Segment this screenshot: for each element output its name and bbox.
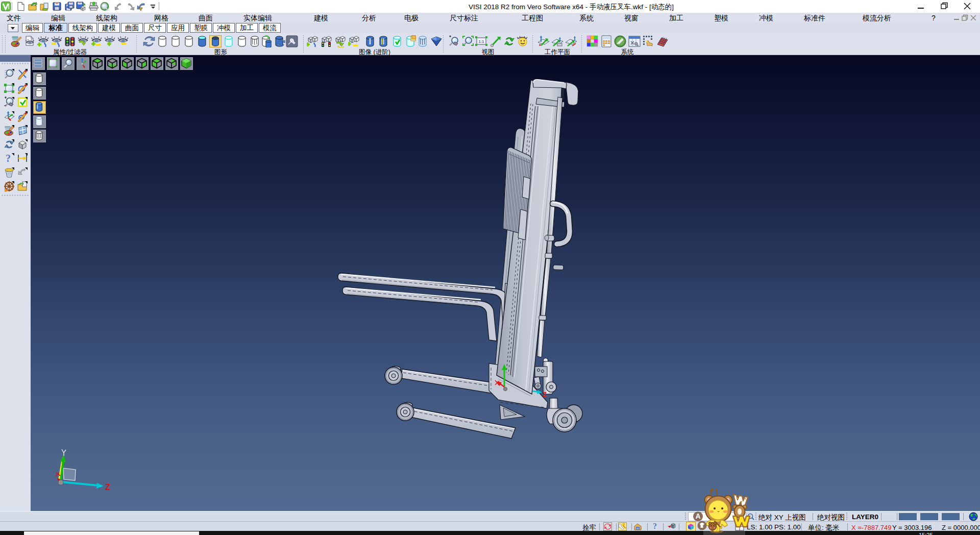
svg-text:Z: Z bbox=[543, 391, 547, 398]
svg-text:Z: Z bbox=[105, 483, 110, 492]
svg-text:1:1: 1:1 bbox=[478, 39, 484, 44]
svg-text:?: ? bbox=[6, 153, 11, 164]
svg-text:id: id bbox=[636, 527, 639, 530]
